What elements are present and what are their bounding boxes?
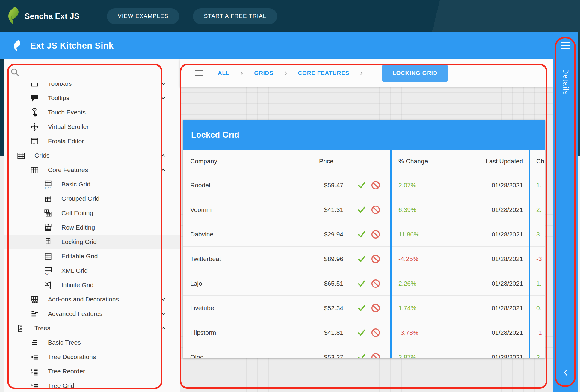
site-header: Sencha Ext JS VIEW EXAMPLES START A FREE… (0, 0, 580, 32)
brand[interactable]: Sencha Ext JS (8, 7, 79, 25)
details-panel-collapsed[interactable]: Details (553, 32, 578, 392)
tree-item-core-features[interactable]: Core Features (4, 163, 180, 177)
table-row[interactable]: Flipstorm$41.81-3.78%01/28/2021-1 (183, 320, 545, 345)
tree-item-label: Infinite Grid (61, 281, 93, 289)
ban-icon[interactable] (371, 230, 380, 239)
change-cell: 1. (529, 173, 545, 197)
svg-text:[1,2,3]: [1,2,3] (45, 186, 51, 189)
tree-item-label: Froala Editor (48, 138, 84, 145)
tree-item-label: Toolbars (48, 83, 72, 87)
svg-text:<..>: <..> (45, 272, 49, 275)
chevron-down-icon[interactable] (160, 310, 167, 317)
locked-region-divider (529, 150, 530, 358)
ban-icon[interactable] (371, 279, 380, 288)
ban-icon[interactable] (371, 180, 380, 190)
check-icon[interactable] (357, 279, 366, 288)
tree-item-tree-decorations[interactable]: Tree Decorations (4, 350, 180, 364)
breadcrumb-item-all[interactable]: ALL (218, 70, 229, 76)
cell-editing-icon (43, 209, 52, 218)
tree-item-toolbars[interactable]: Toolbars (4, 83, 180, 91)
ban-icon[interactable] (371, 303, 380, 313)
check-icon[interactable] (357, 205, 366, 214)
start-free-trial-button[interactable]: START A FREE TRIAL (193, 8, 277, 24)
tree-item-label: Core Features (48, 166, 88, 174)
table-row[interactable]: Twitterbeat$89.96-4.25%01/28/2021-3 (183, 247, 545, 271)
tree-item-virtual-scroller[interactable]: Virtual Scroller (4, 120, 180, 134)
price-cell: $41.81 (308, 320, 351, 345)
grid-panel-title: Locked Grid (183, 120, 545, 150)
editable-grid-icon (43, 252, 52, 261)
advanced-features-icon (30, 309, 39, 318)
tree-item-grouped-grid[interactable]: Grouped Grid (4, 192, 180, 206)
change-cell: 0. (529, 296, 545, 320)
column-header-company[interactable]: Company (183, 150, 308, 173)
tree-item-label: XML Grid (61, 267, 88, 274)
price-cell: $59.47 (308, 173, 351, 197)
tree-item-basic-trees[interactable]: Basic Trees (4, 335, 180, 350)
details-hamburger-icon[interactable] (561, 42, 570, 50)
tree-item-infinite-grid[interactable]: Infinite Grid (4, 278, 180, 292)
check-icon[interactable] (357, 230, 366, 239)
basic-grid-icon: [1,2,3] (43, 180, 52, 189)
chevron-up-icon[interactable] (160, 325, 167, 331)
ban-icon[interactable] (371, 205, 380, 215)
actions-cell (351, 296, 390, 320)
chevron-down-icon[interactable] (160, 83, 167, 87)
chevron-down-icon[interactable] (160, 95, 167, 101)
tree-item-froala-editor[interactable]: Froala Editor (4, 134, 180, 148)
table-row[interactable]: Dabvine$29.9411.86%01/28/20213. (183, 222, 545, 247)
tree-item-tree-grid[interactable]: Tree Grid (4, 379, 180, 392)
column-header-change[interactable]: Ch (529, 150, 545, 173)
view-examples-button[interactable]: VIEW EXAMPLES (107, 8, 179, 24)
breadcrumb-item-core-features[interactable]: CORE FEATURES (298, 70, 350, 76)
check-icon[interactable] (357, 181, 366, 190)
tree-item-advanced-features[interactable]: Advanced Features (4, 307, 180, 321)
tree-item-tree-reorder[interactable]: Tree Reorder (4, 364, 180, 379)
tree-item-grids[interactable]: Grids (4, 148, 180, 163)
grids-icon (16, 151, 25, 160)
check-icon[interactable] (357, 304, 366, 313)
tree-item-row-editing[interactable]: Row Editing (4, 220, 180, 235)
table-row[interactable]: Lajo$65.512.26%01/28/20211. (183, 271, 545, 296)
chevron-left-icon[interactable] (562, 369, 569, 378)
breadcrumb-item-grids[interactable]: GRIDS (254, 70, 273, 76)
ban-icon[interactable] (371, 254, 380, 264)
table-row[interactable]: Livetube$52.341.74%01/28/20210. (183, 296, 545, 320)
column-header-date[interactable]: Last Updated (469, 150, 529, 173)
chevron-down-icon[interactable] (160, 296, 167, 303)
tree-item-basic-grid[interactable]: [1,2,3]Basic Grid (4, 177, 180, 192)
tree-item-cell-editing[interactable]: Cell Editing (4, 206, 180, 220)
hamburger-menu-icon[interactable] (195, 69, 203, 77)
check-icon[interactable] (357, 353, 366, 358)
tree-item-touch-events[interactable]: Touch Events (4, 105, 180, 120)
tree-item-locking-grid[interactable]: Locking Grid (4, 235, 180, 249)
tree-item-label: Grouped Grid (61, 195, 99, 202)
search-input[interactable] (24, 66, 165, 78)
column-header-price[interactable]: Price (308, 150, 351, 173)
kitchen-sink-app: Sencha Ext JS VIEW EXAMPLES START A FREE… (0, 0, 580, 392)
tree-item-add-ons-and-decorations[interactable]: Add-ons and Decorations (4, 292, 180, 307)
chevron-up-icon[interactable] (160, 167, 167, 173)
tree-item-tooltips[interactable]: Tooltips (4, 91, 180, 105)
table-row[interactable]: Voomm$41.316.39%01/28/20212. (183, 197, 545, 222)
column-header-pct[interactable]: % Change (390, 150, 469, 173)
column-header-actions[interactable] (351, 150, 390, 173)
chevron-up-icon[interactable] (160, 152, 167, 159)
pct-change-cell: 2.26% (390, 271, 469, 295)
xml-grid-icon: <..> (43, 266, 52, 275)
last-updated-cell: 01/28/2021 (469, 296, 529, 320)
check-icon[interactable] (357, 254, 366, 263)
table-row[interactable]: Oloo$53.273.87%01/28/20212 (183, 345, 545, 358)
tree-item-editable-grid[interactable]: Editable Grid (4, 249, 180, 263)
company-cell: Roodel (183, 173, 308, 197)
price-cell: $53.27 (308, 345, 351, 358)
actions-cell (351, 197, 390, 222)
table-row[interactable]: Roodel$59.472.07%01/28/20211. (183, 173, 545, 197)
ban-icon[interactable] (371, 328, 380, 337)
breadcrumb: ALL GRIDS CORE FEATURES LOCKING GRID (180, 59, 553, 87)
breadcrumb-active-locking-grid[interactable]: LOCKING GRID (382, 65, 448, 82)
tree-item-trees[interactable]: Trees (4, 321, 180, 335)
check-icon[interactable] (357, 328, 366, 337)
tree-item-xml-grid[interactable]: <..>XML Grid (4, 263, 180, 278)
ban-icon[interactable] (371, 352, 380, 358)
